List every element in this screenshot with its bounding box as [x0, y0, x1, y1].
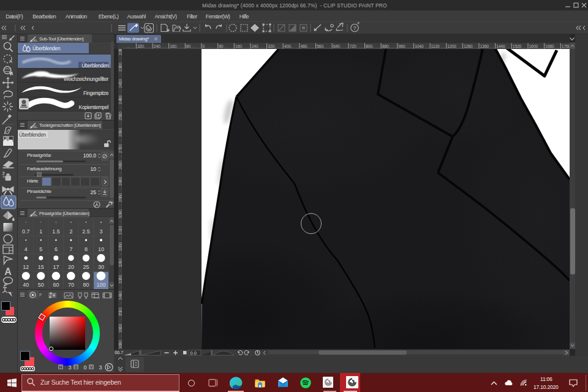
svg-text:640: 640: [333, 44, 340, 48]
svg-text:160: 160: [235, 44, 242, 48]
svg-text:80: 80: [219, 44, 224, 48]
svg-text:1440: 1440: [496, 44, 505, 48]
svg-text:0.7: 0.7: [22, 228, 30, 234]
svg-text:5: 5: [39, 246, 42, 252]
svg-text:7: 7: [69, 246, 72, 252]
svg-text:17: 17: [53, 263, 59, 270]
svg-text:320: 320: [137, 44, 144, 48]
svg-text:20: 20: [68, 263, 74, 270]
svg-text:1: 1: [39, 228, 42, 234]
svg-text:0: 0: [83, 364, 86, 371]
svg-text:3: 3: [68, 364, 71, 371]
svg-text:6: 6: [55, 246, 58, 252]
svg-text:160: 160: [170, 44, 176, 48]
svg-text:1600: 1600: [529, 44, 538, 48]
svg-text:1.5: 1.5: [52, 228, 60, 234]
svg-text:1520: 1520: [513, 44, 522, 48]
svg-text:320: 320: [268, 44, 274, 48]
svg-text:50: 50: [38, 282, 44, 288]
svg-text:800: 800: [366, 44, 372, 48]
svg-text:A: A: [4, 266, 12, 277]
svg-text:?: ?: [353, 25, 356, 31]
svg-text:40: 40: [23, 282, 29, 288]
svg-text:100: 100: [96, 282, 105, 288]
svg-text:12: 12: [23, 263, 29, 270]
svg-text:4: 4: [24, 246, 28, 252]
svg-text:1120: 1120: [431, 44, 440, 48]
svg-text:480: 480: [300, 44, 307, 48]
svg-text:240: 240: [154, 44, 160, 48]
svg-text:15: 15: [38, 263, 44, 270]
svg-text:720: 720: [349, 44, 356, 48]
svg-text:0: 0: [203, 44, 205, 48]
svg-text:1680: 1680: [545, 44, 554, 48]
svg-text:0.0: 0.0: [190, 350, 197, 355]
svg-text:80: 80: [186, 44, 191, 48]
svg-text:2: 2: [69, 228, 72, 234]
svg-text:80: 80: [83, 282, 89, 288]
svg-text:S: S: [75, 365, 78, 369]
svg-text:1280: 1280: [464, 44, 473, 48]
svg-text:880: 880: [382, 44, 389, 48]
svg-text:H: H: [59, 365, 62, 369]
svg-text:8: 8: [85, 246, 88, 252]
svg-text:25: 25: [83, 263, 89, 270]
svg-text:1040: 1040: [415, 44, 424, 48]
svg-text:400: 400: [284, 44, 291, 48]
svg-text:70: 70: [68, 282, 74, 288]
svg-text:30: 30: [98, 263, 104, 270]
svg-text:1760: 1760: [562, 44, 570, 48]
svg-text:960: 960: [398, 44, 405, 48]
svg-text:3: 3: [99, 364, 102, 371]
svg-text:1360: 1360: [480, 44, 489, 48]
svg-text:2.5: 2.5: [82, 228, 90, 234]
svg-text:10: 10: [98, 246, 104, 252]
svg-text:60: 60: [53, 282, 59, 288]
svg-text:1200: 1200: [447, 44, 456, 48]
svg-text:240: 240: [251, 44, 258, 48]
svg-text:560: 560: [317, 44, 323, 48]
svg-text:V: V: [90, 365, 93, 369]
svg-text:3: 3: [99, 228, 102, 234]
